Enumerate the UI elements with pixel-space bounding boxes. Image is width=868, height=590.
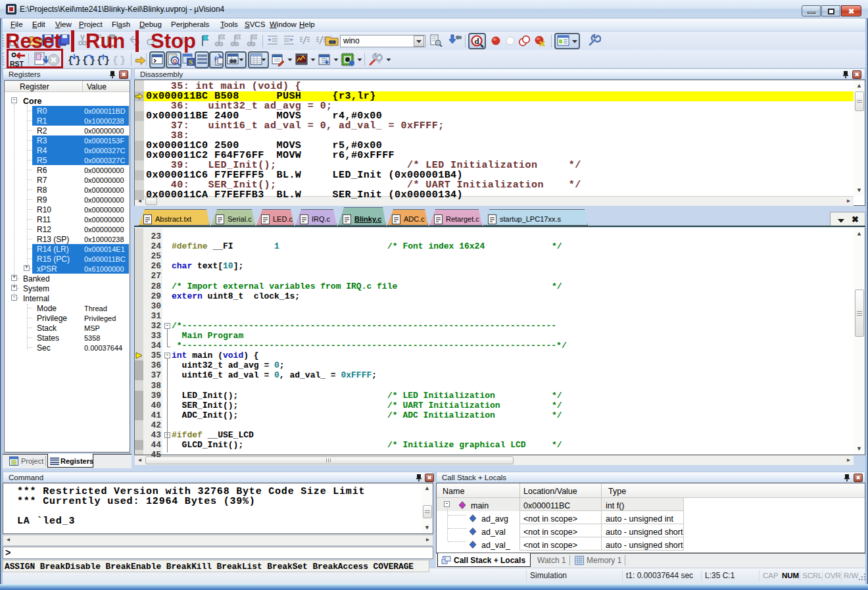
svg-text:{: { <box>83 55 88 66</box>
svg-text:S: S <box>189 58 193 66</box>
svg-text:Q: Q <box>173 58 177 64</box>
svg-text:}: } <box>120 55 125 66</box>
svg-text:d: d <box>474 36 479 46</box>
svg-text:{: { <box>113 55 118 66</box>
